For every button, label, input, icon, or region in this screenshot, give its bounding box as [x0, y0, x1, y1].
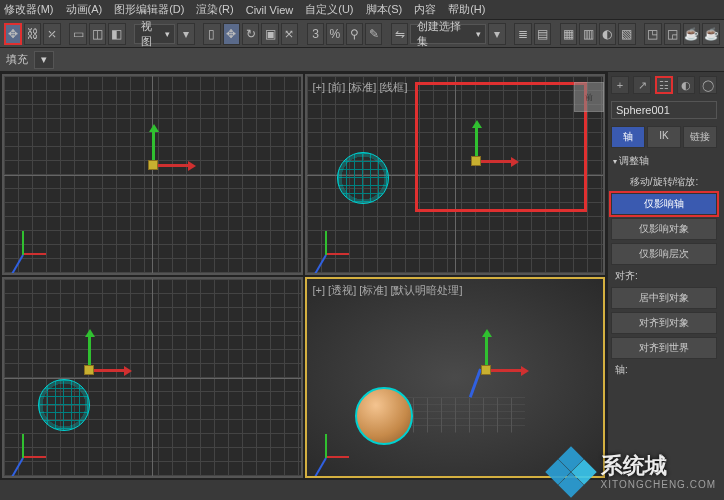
- menu-customize[interactable]: 自定义(U): [305, 2, 353, 17]
- motion-tab-icon[interactable]: ◐: [677, 76, 695, 94]
- command-panel-tabs: + ↗ ☷ ◐ ◯: [611, 76, 717, 94]
- mirror-button[interactable]: ⇋: [391, 23, 408, 45]
- gizmo-origin[interactable]: [481, 365, 491, 375]
- select-window-button[interactable]: ◫: [89, 23, 106, 45]
- adjust-pivot-section[interactable]: 调整轴: [611, 151, 717, 171]
- create-tab-icon[interactable]: +: [611, 76, 629, 94]
- gizmo-x-axis[interactable]: [154, 164, 190, 167]
- curve-editor-button[interactable]: ▥: [579, 23, 596, 45]
- move-gizmo[interactable]: [457, 341, 517, 401]
- viewport-label[interactable]: [+] [前] [标准] [线框]: [313, 80, 408, 95]
- menu-modifiers[interactable]: 修改器(M): [4, 2, 54, 17]
- viewport-front[interactable]: [+] [前] [标准] [线框]: [305, 74, 606, 275]
- gizmo-x-axis[interactable]: [487, 369, 523, 372]
- workspace: [+] [前] [标准] [线框]: [0, 72, 724, 480]
- move-tool-button[interactable]: ✥: [4, 23, 22, 45]
- viewport-top[interactable]: [2, 74, 303, 275]
- menu-script[interactable]: 脚本(S): [366, 2, 403, 17]
- menu-animation[interactable]: 动画(A): [66, 2, 103, 17]
- gizmo-origin[interactable]: [84, 365, 94, 375]
- snap-angle-button[interactable]: 3: [307, 23, 324, 45]
- command-panel: + ↗ ☷ ◐ ◯ Sphere001 轴 IK 链接 调整轴 移动/旋转/缩放…: [607, 72, 720, 480]
- viewport-label[interactable]: [+] [透视] [标准] [默认明暗处理]: [313, 283, 463, 298]
- modify-tab-icon[interactable]: ↗: [633, 76, 651, 94]
- menu-bar: 修改器(M) 动画(A) 图形编辑器(D) 渲染(R) Civil View 自…: [0, 0, 724, 20]
- render-frame-button[interactable]: ◳: [644, 23, 661, 45]
- snap-spinner-button[interactable]: ⚲: [346, 23, 363, 45]
- select-scale-button[interactable]: ▣: [261, 23, 278, 45]
- select-move-button[interactable]: ✥: [223, 23, 240, 45]
- link-tool-button[interactable]: ⛓: [24, 23, 41, 45]
- select-crossing-button[interactable]: ◧: [108, 23, 125, 45]
- gizmo-origin[interactable]: [148, 160, 158, 170]
- named-selection-dropdown[interactable]: 创建选择集: [410, 24, 486, 44]
- render-last-button[interactable]: ☕: [702, 23, 719, 45]
- move-gizmo[interactable]: [124, 136, 184, 196]
- unlink-tool-button[interactable]: ⤫: [43, 23, 60, 45]
- secondary-toolbar: 填充 ▾: [0, 48, 724, 72]
- viewport-left[interactable]: [2, 277, 303, 478]
- select-place-button[interactable]: ⤧: [281, 23, 298, 45]
- select-object-button[interactable]: ▯: [203, 23, 220, 45]
- gizmo-x-axis[interactable]: [477, 160, 513, 163]
- pivot-ik-button[interactable]: IK: [647, 126, 681, 148]
- affect-pivot-only-button[interactable]: 仅影响轴: [611, 193, 717, 215]
- watermark-subtitle: XITONGCHENG.COM: [601, 479, 716, 490]
- axis-vertical: [152, 279, 153, 476]
- select-rotate-button[interactable]: ↻: [242, 23, 259, 45]
- gizmo-z-axis[interactable]: [468, 368, 481, 397]
- schematic-view-button[interactable]: ▦: [560, 23, 577, 45]
- render-preview-button[interactable]: ◲: [664, 23, 681, 45]
- menu-graph-editors[interactable]: 图形编辑器(D): [114, 2, 184, 17]
- align-to-object-button[interactable]: 对齐到对象: [611, 312, 717, 334]
- menu-help[interactable]: 帮助(H): [448, 2, 485, 17]
- sphere-object[interactable]: [355, 387, 413, 445]
- layer-button[interactable]: ▤: [534, 23, 551, 45]
- corner-axis-icon: [14, 426, 54, 466]
- material-editor-button[interactable]: ◐: [599, 23, 616, 45]
- align-to-world-button[interactable]: 对齐到世界: [611, 337, 717, 359]
- axis-label: 轴:: [611, 362, 717, 378]
- menu-civil-view[interactable]: Civil View: [246, 4, 293, 16]
- filter-button[interactable]: ▾: [177, 23, 194, 45]
- center-to-object-button[interactable]: 居中到对象: [611, 287, 717, 309]
- render-setup-button[interactable]: ▧: [618, 23, 635, 45]
- affect-object-only-button[interactable]: 仅影响对象: [611, 218, 717, 240]
- snap-percent-button[interactable]: %: [326, 23, 343, 45]
- align-button[interactable]: ≣: [514, 23, 531, 45]
- fill-dropdown[interactable]: ▾: [34, 51, 54, 69]
- view-cube[interactable]: 前: [574, 82, 604, 112]
- main-toolbar: ✥ ⛓ ⤫ ▭ ◫ ◧ 视图 ▾ ▯ ✥ ↻ ▣ ⤧ 3 % ⚲ ✎ ⇋ 创建选…: [0, 20, 724, 48]
- gizmo-origin[interactable]: [471, 156, 481, 166]
- pivot-mode-row: 轴 IK 链接: [611, 126, 717, 148]
- menu-content[interactable]: 内容: [414, 2, 436, 17]
- view-dropdown[interactable]: 视图: [134, 24, 175, 44]
- corner-axis-icon: [317, 223, 357, 263]
- display-tab-icon[interactable]: ◯: [699, 76, 717, 94]
- gizmo-x-axis[interactable]: [90, 369, 126, 372]
- viewports-grid: [+] [前] [标准] [线框]: [0, 72, 607, 480]
- select-region-button[interactable]: ▭: [69, 23, 86, 45]
- snap-toggle-button[interactable]: ✎: [365, 23, 382, 45]
- move-rotate-scale-label: 移动/旋转/缩放:: [611, 174, 717, 190]
- viewport-perspective[interactable]: [+] [透视] [标准] [默认明暗处理]: [305, 277, 606, 478]
- affect-hierarchy-only-button[interactable]: 仅影响层次: [611, 243, 717, 265]
- fill-label: 填充: [6, 52, 28, 67]
- corner-axis-icon: [14, 223, 54, 263]
- sphere-object[interactable]: [337, 152, 389, 204]
- render-production-button[interactable]: ☕: [683, 23, 700, 45]
- move-gizmo[interactable]: [60, 341, 120, 401]
- hierarchy-tab-icon[interactable]: ☷: [655, 76, 673, 94]
- named-sel-add-button[interactable]: ▾: [488, 23, 505, 45]
- align-label: 对齐:: [611, 268, 717, 284]
- menu-render[interactable]: 渲染(R): [196, 2, 233, 17]
- pivot-link-button[interactable]: 链接: [683, 126, 717, 148]
- move-gizmo[interactable]: [447, 132, 507, 192]
- corner-axis-icon: [317, 426, 357, 466]
- pivot-axis-button[interactable]: 轴: [611, 126, 645, 148]
- object-name-field[interactable]: Sphere001: [611, 101, 717, 119]
